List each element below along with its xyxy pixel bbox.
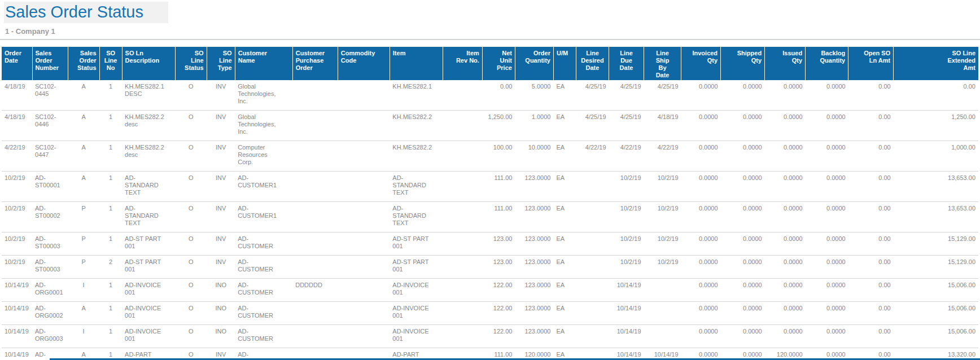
- cell-so_line_status: O: [175, 111, 207, 141]
- column-header-invoiced_qty: Invoiced Qty: [681, 47, 721, 80]
- cell-sales_order_status: A: [68, 80, 99, 111]
- column-header-shipped_qty: Shipped Qty: [721, 47, 765, 80]
- cell-net_unit_price: 122.00: [482, 325, 515, 348]
- cell-item_rev_no: [443, 141, 482, 172]
- cell-item_rev_no: [443, 325, 482, 348]
- column-header-sales_order_status: Sales Order Status: [68, 47, 99, 80]
- cell-so_line_no: 2: [99, 256, 122, 279]
- cell-net_unit_price: 1,250.00: [482, 111, 515, 141]
- column-header-sales_order_number: Sales Order Number: [32, 47, 68, 80]
- cell-customer_purchase_order: [292, 256, 338, 279]
- cell-line_desired_date: 4/22/19: [576, 141, 609, 172]
- cell-line_ship_by_date: 4/22/19: [644, 141, 681, 172]
- cell-line_ship_by_date: 4/25/19: [644, 80, 681, 111]
- cell-um: EA: [553, 172, 576, 202]
- column-header-so_line_type: SO Line Type: [207, 47, 235, 80]
- column-header-line_due_date: Line Due Date: [609, 47, 644, 80]
- cell-um: EA: [553, 111, 576, 141]
- cell-order_quantity: 123.0000: [515, 302, 553, 325]
- column-header-so_line_extended_amt: SO Line Extended Amt: [894, 47, 978, 80]
- cell-invoiced_qty: 0.0000: [681, 256, 721, 279]
- cell-backlog_quantity: 0.0000: [806, 256, 848, 279]
- cell-line_desired_date: 4/25/19: [576, 80, 609, 111]
- cell-so_line_no: 1: [99, 202, 122, 232]
- cell-customer_purchase_order: [292, 232, 338, 256]
- cell-order_quantity: 5.0000: [515, 80, 553, 111]
- page-title: Sales Order Status: [4, 2, 168, 23]
- cell-line_due_date: 10/2/19: [609, 232, 644, 256]
- cell-um: EA: [553, 325, 576, 348]
- cell-so_line_type: INV: [207, 202, 235, 232]
- cell-so_line_extended_amt: 0.00: [894, 80, 978, 111]
- cell-so_line_no: 1: [99, 111, 122, 141]
- cell-so_line_extended_amt: 1,250.00: [894, 111, 978, 141]
- cell-open_so_ln_amt: 0.00: [848, 279, 894, 302]
- cell-customer_purchase_order: [292, 302, 338, 325]
- cell-line_due_date: 10/14/19: [609, 302, 644, 325]
- cell-sales_order_number: SC102- 0445: [32, 80, 68, 111]
- cell-order_date: 4/18/19: [2, 111, 32, 141]
- cell-sales_order_status: A: [68, 302, 99, 325]
- cell-so_ln_description: KH.MES282.1 DESC: [122, 80, 175, 111]
- cell-so_line_no: 1: [99, 80, 122, 111]
- cell-backlog_quantity: 0.0000: [806, 325, 848, 348]
- cell-line_desired_date: [576, 256, 609, 279]
- cell-shipped_qty: 0.0000: [721, 141, 765, 172]
- cell-commodity_code: [338, 141, 390, 172]
- cell-line_due_date: 4/25/19: [609, 111, 644, 141]
- cell-issued_qty: 0.0000: [765, 279, 806, 302]
- cell-line_due_date: 10/14/19: [609, 279, 644, 302]
- cell-so_line_status: O: [175, 325, 207, 348]
- report-header: Sales Order Status: [4, 2, 980, 23]
- cell-invoiced_qty: 0.0000: [681, 232, 721, 256]
- cell-order_quantity: 123.0000: [515, 279, 553, 302]
- cell-order_quantity: 1.0000: [515, 111, 553, 141]
- cell-shipped_qty: 0.0000: [721, 279, 765, 302]
- cell-so_line_type: INO: [207, 279, 235, 302]
- cell-so_line_type: INO: [207, 325, 235, 348]
- cell-um: EA: [553, 80, 576, 111]
- cell-customer_purchase_order: DDDDDD: [292, 279, 338, 302]
- cell-so_line_no: 1: [99, 279, 122, 302]
- cell-issued_qty: 0.0000: [765, 325, 806, 348]
- cell-line_due_date: 10/14/19: [609, 325, 644, 348]
- cell-item_rev_no: [443, 202, 482, 232]
- cell-sales_order_status: P: [68, 256, 99, 279]
- cell-customer_name: Global Technologies, Inc.: [235, 80, 292, 111]
- cell-sales_order_status: P: [68, 232, 99, 256]
- cell-so_line_type: INO: [207, 302, 235, 325]
- cell-sales_order_status: A: [68, 141, 99, 172]
- table-row: 10/2/19AD- ST00003P2AD-ST PART 001OINVAD…: [2, 256, 978, 279]
- cell-item: KH.MES282.2: [390, 141, 443, 172]
- column-header-line_ship_by_date: Line Ship By Date: [644, 47, 681, 80]
- cell-invoiced_qty: 0.0000: [681, 80, 721, 111]
- cell-item: KH.MES282.2: [390, 111, 443, 141]
- cell-customer_purchase_order: [292, 172, 338, 202]
- cell-customer_name: AD- CUSTOMER: [235, 302, 292, 325]
- cell-so_line_no: 1: [99, 302, 122, 325]
- cell-order_quantity: 123.0000: [515, 325, 553, 348]
- cell-um: EA: [553, 202, 576, 232]
- cell-order_date: 10/2/19: [2, 202, 32, 232]
- column-header-net_unit_price: Net Unit Price: [482, 47, 515, 80]
- cell-line_due_date: 4/25/19: [609, 80, 644, 111]
- cell-order_date: 10/2/19: [2, 172, 32, 202]
- cell-shipped_qty: 0.0000: [721, 111, 765, 141]
- header-divider: [0, 39, 980, 40]
- cell-so_line_status: O: [175, 80, 207, 111]
- cell-shipped_qty: 0.0000: [721, 302, 765, 325]
- report-viewport: Sales Order Status 1 - Company 1 Order D…: [0, 0, 980, 360]
- cell-so_line_status: O: [175, 256, 207, 279]
- cell-commodity_code: [338, 256, 390, 279]
- cell-sales_order_number: AD- ORG0003: [32, 325, 68, 348]
- cell-so_ln_description: AD-INVOICE 001: [122, 302, 175, 325]
- cell-line_due_date: 4/22/19: [609, 141, 644, 172]
- cell-invoiced_qty: 0.0000: [681, 279, 721, 302]
- cell-so_line_type: INV: [207, 256, 235, 279]
- column-header-item: Item: [390, 47, 443, 80]
- cell-customer_purchase_order: [292, 80, 338, 111]
- cell-so_line_status: O: [175, 279, 207, 302]
- cell-sales_order_number: AD- ORG0001: [32, 279, 68, 302]
- cell-shipped_qty: 0.0000: [721, 232, 765, 256]
- cell-item: AD-ST PART 001: [390, 256, 443, 279]
